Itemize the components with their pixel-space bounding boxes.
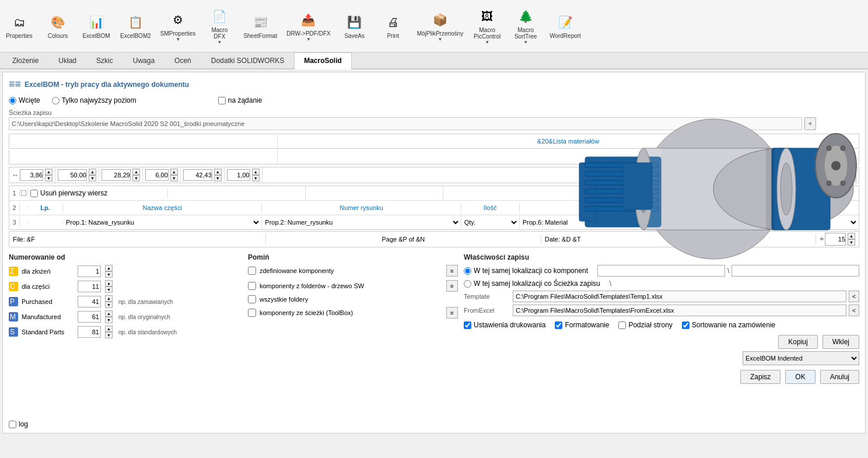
header-left2-input[interactable]	[9, 150, 277, 164]
toolbar-wordreport[interactable]: 📝 WordReport	[550, 13, 581, 39]
toolbar: 🗂 Properties 🎨 Colours 📊 ExcelBOM 📋 Exce…	[0, 0, 868, 53]
spinner4-btn[interactable]: ▲▼	[170, 169, 178, 181]
colours-icon: 🎨	[48, 13, 67, 32]
input-czesci[interactable]	[78, 281, 101, 292]
label-purchased: Purchased	[22, 298, 74, 305]
toolbar-colours[interactable]: 🎨 Colours	[43, 13, 72, 39]
skip-panel: Pomiń zdefiniowane komponenty ≡ komponen…	[248, 253, 458, 384]
footer-page-input[interactable]	[270, 236, 537, 243]
sheetformat-label: SheetFormat	[243, 33, 277, 39]
tab-macrosolid[interactable]: MacroSolid	[294, 53, 352, 69]
input-purchased[interactable]	[78, 296, 101, 307]
row2-nazwa: Nazwa części	[63, 203, 262, 212]
footer-file-input[interactable]	[13, 236, 262, 243]
spinner3-btn[interactable]: ▲▼	[132, 169, 140, 181]
ok-button[interactable]: OK	[785, 370, 815, 384]
toolbar-excelbom[interactable]: 📊 ExcelBOM	[82, 13, 111, 39]
toolbar-macrosorttree[interactable]: 🌲 MacroSortTree ▼	[511, 7, 540, 45]
input-manufactured[interactable]	[78, 311, 101, 323]
spinner5-input[interactable]	[183, 169, 212, 181]
spin-purchased[interactable]: ▲▼	[105, 295, 113, 308]
skip-check-1[interactable]	[248, 267, 256, 275]
tab-dodatki[interactable]: Dodatki SOLIDWORKS	[201, 53, 294, 68]
numbering-panel: Numerowanie od Z dla złożeń ▲▼ C dla czę…	[9, 253, 242, 384]
check-drukowania[interactable]: Ustawienia drukowania	[464, 321, 545, 329]
check-podzial[interactable]: Podział strony	[618, 321, 672, 329]
tab-uwaga[interactable]: Uwaga	[123, 53, 164, 68]
spinner1-input[interactable]	[20, 169, 43, 181]
check-formatowanie[interactable]: Formatowanie	[555, 321, 609, 329]
spinner4-input[interactable]	[145, 169, 169, 181]
tab-szkic[interactable]: Szkic	[86, 53, 123, 68]
action-row: Kopiuj Wklej	[464, 335, 859, 349]
spinner6-input[interactable]	[227, 169, 250, 181]
main-panel: ≡≡ ExcelBOM - tryb pracy dla aktywnego d…	[2, 72, 866, 433]
input-zlozenia[interactable]	[78, 265, 101, 277]
drwpdf-label: DRW->PDF/DFX	[286, 30, 330, 37]
tab-uklad[interactable]: Układ	[48, 53, 86, 68]
toolbar-properties[interactable]: 🗂 Properties	[5, 13, 34, 39]
numbering-title: Numerowanie od	[9, 253, 242, 261]
icon-standard: S	[9, 327, 18, 337]
skip-btn-4[interactable]: ≡	[446, 307, 458, 319]
toolbar-excelbom2[interactable]: 📋 ExcelBOM2	[120, 13, 151, 39]
row1-checkbox[interactable]	[21, 190, 26, 196]
radio-najwyzszy[interactable]: Tylko najwyższy poziom	[52, 96, 136, 104]
toolbar-smproperties[interactable]: ⚙ SMProperties ▼	[160, 11, 196, 42]
panel-header-icon: ≡≡	[9, 78, 21, 90]
anuluj-button[interactable]: Anuluj	[820, 370, 859, 384]
properties-icon: 🗂	[10, 13, 29, 32]
fromexcel-browse-btn[interactable]: <	[849, 305, 859, 316]
kopiuj-button[interactable]: Kopiuj	[778, 335, 817, 349]
spinner6-btn[interactable]: ▲▼	[252, 169, 260, 181]
row3-qty-dropdown[interactable]: Qty.	[462, 216, 519, 229]
check-drukowania-label: Ustawienia drukowania	[474, 321, 545, 329]
toolbar-mojplik[interactable]: 📦 MójPlikPrzenośny ▼	[417, 11, 463, 42]
skip-check-4[interactable]	[248, 309, 256, 317]
spinner5-btn[interactable]: ▲▼	[214, 169, 222, 181]
macrodxf-icon: 📄	[210, 7, 229, 26]
spin-czesci[interactable]: ▲▼	[105, 280, 113, 293]
spin-standard[interactable]: ▲▼	[105, 326, 113, 338]
spin-manufactured[interactable]: ▲▼	[105, 310, 113, 323]
toolbar-macrodxf[interactable]: 📄 MacroDFX ▼	[205, 7, 234, 45]
svg-text:Z: Z	[10, 267, 14, 275]
wklej-button[interactable]: Wklej	[822, 335, 859, 349]
smproperties-icon: ⚙	[169, 11, 187, 29]
tab-ocen[interactable]: Oceń	[164, 53, 201, 68]
fromexcel-input[interactable]	[513, 305, 846, 316]
skip-btn-2[interactable]: ≡	[446, 280, 458, 292]
spinner3-input[interactable]	[102, 169, 131, 181]
skip-check-2[interactable]	[248, 282, 256, 290]
skip-check-3[interactable]	[248, 295, 256, 303]
log-checkbox[interactable]	[9, 421, 16, 428]
smproperties-label: SMProperties	[160, 30, 196, 37]
skip-label-1: zdefiniowane komponenty	[260, 267, 443, 274]
spinner2-input[interactable]	[58, 169, 87, 181]
saveas-icon: 💾	[345, 13, 364, 32]
toolbar-print[interactable]: 🖨 Print	[379, 13, 408, 39]
input-standard[interactable]	[78, 326, 101, 338]
toolbar-sheetformat[interactable]: 📰 SheetFormat	[243, 13, 277, 39]
checkbox-na-zadanie[interactable]: na żądanie	[218, 96, 262, 104]
hint-manufactured: np. dla oryginalnych	[118, 314, 170, 320]
spinner2-btn[interactable]: ▲▼	[89, 169, 96, 181]
row1-remove-first[interactable]	[30, 190, 38, 197]
toolbar-saveas[interactable]: 💾 SaveAs	[340, 13, 369, 39]
row3-prop2-dropdown[interactable]: Prop.2: Numer_rysunku	[262, 216, 460, 229]
radio-wciete[interactable]: Wcięte	[9, 96, 40, 104]
toolbar-macropiccontrol[interactable]: 🖼 MacroPicControl ▼	[473, 7, 502, 45]
skip-row-4: komponenty ze ścieżki (ToolBox) ≡	[248, 307, 458, 319]
skip-btn-1[interactable]: ≡	[446, 265, 458, 277]
excelbom-style-dropdown[interactable]: ExcelBOM Indented	[743, 351, 859, 365]
spin-zlozenia[interactable]: ▲▼	[105, 265, 113, 278]
row3-prop1-dropdown[interactable]: Prop.1: Nazwa_rysunku	[64, 216, 261, 229]
header-left-input[interactable]	[9, 134, 277, 148]
svg-point-32	[827, 146, 831, 151]
spinner1-btn[interactable]: ▲▼	[45, 169, 52, 181]
toolbar-drwpdf[interactable]: 📤 DRW->PDF/DFX ▼	[286, 11, 330, 42]
tab-zlozenie[interactable]: Złożenie	[2, 53, 48, 68]
na-zadanie-label: na żądanie	[228, 96, 262, 104]
check-sortowanie[interactable]: Sortowanie na zamówienie	[682, 321, 775, 329]
zapisz-button[interactable]: Zapisz	[740, 370, 780, 384]
